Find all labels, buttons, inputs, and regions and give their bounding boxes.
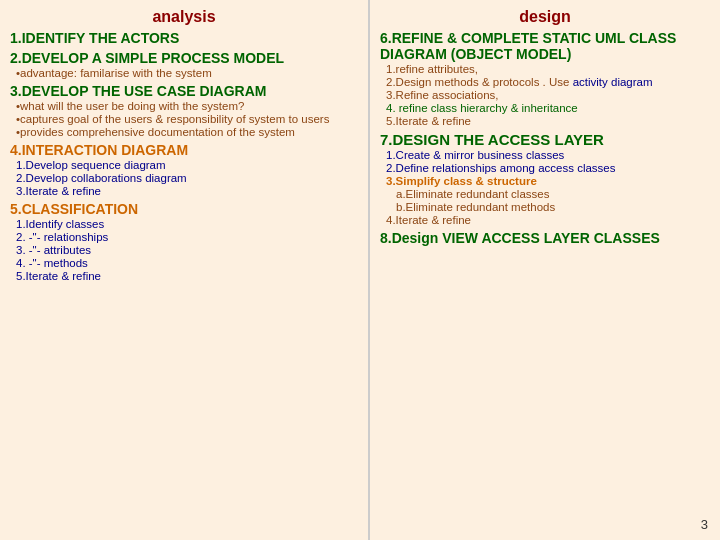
right-s1-item-1-text: 2.Design methods & protocols . Use bbox=[386, 76, 573, 88]
left-title: analysis bbox=[10, 8, 358, 26]
left-s4-item-0: 1.Develop sequence diagram bbox=[16, 159, 358, 171]
left-section-3-heading: 3.DEVELOP THE USE CASE DIAGRAM bbox=[10, 83, 358, 99]
left-section-4-heading: 4.INTERACTION DIAGRAM bbox=[10, 142, 358, 158]
right-s1-item-0: 1.refine attributes, bbox=[386, 63, 710, 75]
left-s4-item-1: 2.Develop collaborations diagram bbox=[16, 172, 358, 184]
left-s3-item-0: •what will the user be doing with the sy… bbox=[16, 100, 358, 112]
right-section-3-heading: 8.Design VIEW ACCESS LAYER CLASSES bbox=[380, 230, 710, 246]
left-section-1-heading: 1.IDENTIFY THE ACTORS bbox=[10, 30, 358, 46]
right-s2-item-5: 4.Iterate & refine bbox=[386, 214, 710, 226]
left-s3-item-2: •provides comprehensive documentation of… bbox=[16, 126, 358, 138]
right-s2-item-3: a.Eliminate redundant classes bbox=[396, 188, 710, 200]
right-s2-item-1: 2.Define relationships among access clas… bbox=[386, 162, 710, 174]
right-title: design bbox=[380, 8, 710, 26]
left-s2-item-0: •advantage: familarise with the system bbox=[16, 67, 358, 79]
left-s5-item-0: 1.Identify classes bbox=[16, 218, 358, 230]
right-s2-item-0: 1.Create & mirror business classes bbox=[386, 149, 710, 161]
right-s1-item-3: 4. refine class hierarchy & inheritance bbox=[386, 102, 710, 114]
right-s1-item-1: 2.Design methods & protocols . Use activ… bbox=[386, 76, 710, 88]
right-section-2-heading: 7.DESIGN THE ACCESS LAYER bbox=[380, 131, 710, 148]
left-s5-item-3: 4. -"- methods bbox=[16, 257, 358, 269]
slide-container: analysis 1.IDENTIFY THE ACTORS 2.DEVELOP… bbox=[0, 0, 720, 540]
right-s2-item-4: b.Eliminate redundant methods bbox=[396, 201, 710, 213]
left-s3-item-1: •captures goal of the users & responsibi… bbox=[16, 113, 358, 125]
left-s5-item-1: 2. -"- relationships bbox=[16, 231, 358, 243]
left-section-5-heading: 5.CLASSIFICATION bbox=[10, 201, 358, 217]
right-s1-item-4: 5.Iterate & refine bbox=[386, 115, 710, 127]
right-panel: design 6.REFINE & COMPLETE STATIC UML CL… bbox=[370, 0, 720, 540]
page-number: 3 bbox=[701, 517, 708, 532]
right-s2-item-2: 3.Simplify class & structure bbox=[386, 175, 710, 187]
left-s4-item-2: 3.Iterate & refine bbox=[16, 185, 358, 197]
left-s5-item-2: 3. -"- attributes bbox=[16, 244, 358, 256]
activity-diagram-text: activity diagram bbox=[573, 76, 653, 88]
left-panel: analysis 1.IDENTIFY THE ACTORS 2.DEVELOP… bbox=[0, 0, 370, 540]
left-s5-item-4: 5.Iterate & refine bbox=[16, 270, 358, 282]
right-section-1-heading: 6.REFINE & COMPLETE STATIC UML CLASS DIA… bbox=[380, 30, 710, 62]
left-section-2-heading: 2.DEVELOP A SIMPLE PROCESS MODEL bbox=[10, 50, 358, 66]
right-s1-item-2: 3.Refine associations, bbox=[386, 89, 710, 101]
